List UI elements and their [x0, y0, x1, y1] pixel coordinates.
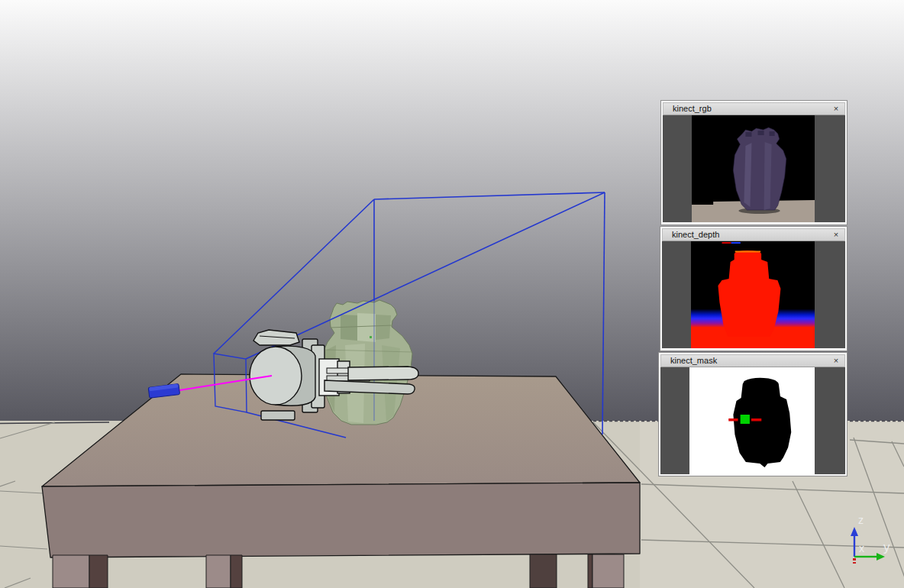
window-titlebar[interactable]: kinect_mask ×: [660, 354, 845, 367]
sensor-image-kinect-rgb: [663, 115, 845, 222]
axis-label-x: x: [859, 542, 864, 554]
sensor-cylinder-face: [250, 347, 302, 405]
gripper-top-bracket: [253, 330, 299, 345]
sensor-image-side-panel: [663, 115, 692, 222]
table-apron: [42, 483, 640, 557]
sensor-window-kinect-rgb[interactable]: kinect_rgb ×: [660, 100, 848, 225]
sensor-image-side-panel: [815, 115, 845, 222]
rgb-jar: [733, 128, 786, 210]
jar-frame-marker: [370, 336, 372, 338]
sensor-image-kinect-mask: [660, 367, 845, 474]
sensor-image-kinect-depth: [662, 241, 845, 348]
close-icon[interactable]: ×: [831, 355, 841, 367]
window-title: kinect_depth: [672, 229, 831, 241]
sensor-window-kinect-mask[interactable]: kinect_mask ×: [658, 352, 848, 477]
gripper-finger-top: [348, 367, 418, 380]
window-title: kinect_rgb: [673, 103, 831, 115]
sensor-image-side-panel: [815, 367, 845, 474]
simulator-app: z x y kinect_rgb ×: [0, 0, 904, 588]
axis-label-z: z: [858, 514, 864, 526]
mask-marker-red-left: [728, 418, 738, 422]
window-title: kinect_mask: [670, 355, 831, 367]
sensor-image-side-panel: [815, 241, 845, 348]
sensor-image-side-panel: [660, 367, 689, 474]
axis-label-y: y: [883, 540, 890, 554]
mask-marker-red-right: [751, 418, 761, 422]
sensor-window-kinect-depth[interactable]: kinect_depth ×: [660, 226, 848, 351]
mask-marker-green: [741, 415, 750, 424]
mask-image: [689, 367, 815, 474]
axis-x-arrow: [853, 558, 856, 561]
rgb-image: [692, 115, 815, 222]
depth-image: [691, 241, 815, 348]
window-titlebar[interactable]: kinect_depth ×: [662, 228, 845, 241]
close-icon[interactable]: ×: [831, 103, 841, 115]
window-titlebar[interactable]: kinect_rgb ×: [663, 102, 845, 115]
sensor-image-side-panel: [662, 241, 691, 348]
close-icon[interactable]: ×: [831, 229, 841, 241]
